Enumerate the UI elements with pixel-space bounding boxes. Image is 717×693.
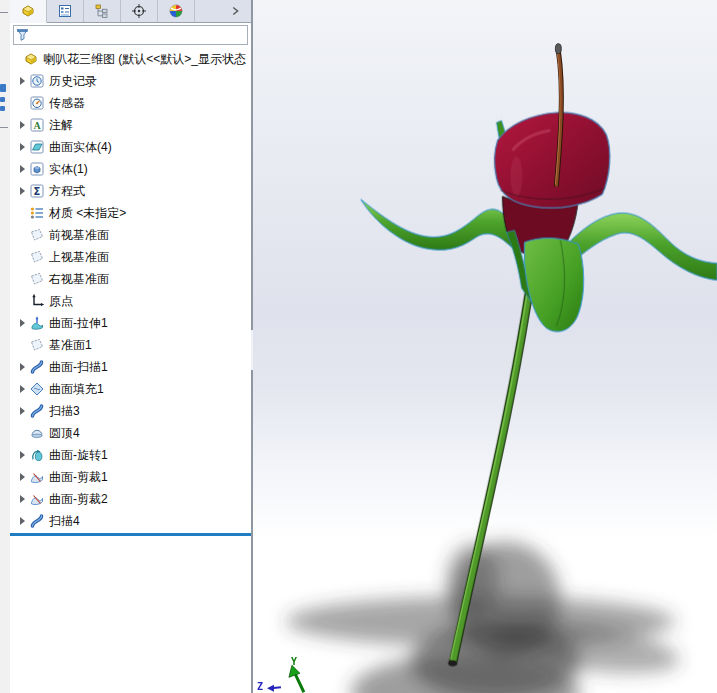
expand-arrow-icon[interactable]: [16, 407, 28, 415]
tree-item[interactable]: 曲面-剪裁1: [10, 466, 251, 488]
expand-arrow-icon[interactable]: [16, 451, 28, 459]
surface-bodies-icon: [29, 139, 46, 155]
tree-item[interactable]: 右视基准面: [10, 268, 251, 290]
sepal-cup: [506, 230, 583, 331]
tree-item-label: 材质 <未指定>: [49, 205, 126, 222]
tab-featuremanager[interactable]: [10, 0, 47, 23]
expand-arrow-icon[interactable]: [16, 187, 28, 195]
expand-arrow-icon[interactable]: [16, 165, 28, 173]
featuremanager-panel: 喇叭花三维图 (默认<<默认>_显示状态 历史记录 传感器 注解 曲面实体(4): [10, 0, 253, 693]
expand-arrow-icon[interactable]: [16, 143, 28, 151]
tree-item[interactable]: 基准面1: [10, 334, 251, 356]
tree-item-label: 原点: [49, 293, 73, 310]
edge-glyph-icon: [0, 84, 6, 92]
tree-item-label: 右视基准面: [49, 271, 109, 288]
flower-3d-model: Y Z: [253, 0, 717, 693]
tree-root-item[interactable]: 喇叭花三维图 (默认<<默认>_显示状态: [10, 48, 251, 70]
manager-tabbar: [10, 0, 251, 23]
tree-item[interactable]: 曲面填充1: [10, 378, 251, 400]
expand-arrow-icon[interactable]: [16, 473, 28, 481]
tree-items: 历史记录 传感器 注解 曲面实体(4) 实体(1) 方程式: [10, 70, 251, 532]
tree-item[interactable]: 曲面-扫描1: [10, 356, 251, 378]
tree-item-label: 扫描3: [49, 403, 80, 420]
tree-item-label: 传感器: [49, 95, 85, 112]
tabbar-expand-button[interactable]: [219, 0, 251, 22]
property-manager-icon: [57, 3, 73, 19]
edge-divider: [0, 12, 8, 13]
tree-item-label: 实体(1): [49, 161, 88, 178]
sweep-icon: [29, 513, 46, 529]
tree-item[interactable]: 曲面-旋转1: [10, 444, 251, 466]
graphics-viewport[interactable]: Y Z: [253, 0, 717, 693]
display-manager-icon: [168, 3, 184, 19]
edge-divider: [0, 127, 8, 128]
tree-item-label: 曲面-拉伸1: [49, 315, 108, 332]
tree-root-label: 喇叭花三维图 (默认<<默认>_显示状态: [43, 51, 246, 68]
petal-upper: [494, 112, 609, 207]
expand-arrow-icon[interactable]: [16, 385, 28, 393]
tree-item[interactable]: 历史记录: [10, 70, 251, 92]
tree-item-label: 曲面实体(4): [49, 139, 112, 156]
filter-box[interactable]: [13, 25, 248, 45]
tree-item-label: 曲面填充1: [49, 381, 104, 398]
part-icon: [20, 3, 36, 19]
sweep-icon: [29, 403, 46, 419]
expand-arrow-icon[interactable]: [16, 77, 28, 85]
model-shadow: [286, 542, 682, 693]
expand-arrow-icon[interactable]: [16, 121, 28, 129]
tree-item-label: 曲面-剪裁2: [49, 491, 108, 508]
tree-item-label: 曲面-剪裁1: [49, 469, 108, 486]
tree-item[interactable]: 上视基准面: [10, 246, 251, 268]
plane-icon: [29, 337, 46, 353]
tab-configurationmanager[interactable]: [84, 0, 121, 22]
tree-item[interactable]: 圆顶4: [10, 422, 251, 444]
tree-item[interactable]: 曲面实体(4): [10, 136, 251, 158]
rollback-bar[interactable]: [10, 533, 251, 536]
equations-icon: [29, 183, 46, 199]
tree-item-label: 扫描4: [49, 513, 80, 530]
tree-item[interactable]: 材质 <未指定>: [10, 202, 251, 224]
tree-item[interactable]: 传感器: [10, 92, 251, 114]
surface-fill-icon: [29, 381, 46, 397]
expand-arrow-icon[interactable]: [16, 363, 28, 371]
tree-item-label: 方程式: [49, 183, 85, 200]
tree-item-label: 曲面-旋转1: [49, 447, 108, 464]
plane-icon: [29, 227, 46, 243]
surface-trim-icon: [29, 491, 46, 507]
tab-propertymanager[interactable]: [47, 0, 84, 22]
tree-item[interactable]: 曲面-剪裁2: [10, 488, 251, 510]
tree-item[interactable]: 方程式: [10, 180, 251, 202]
right-leaf: [560, 213, 717, 280]
tree-item[interactable]: 原点: [10, 290, 251, 312]
plane-icon: [29, 271, 46, 287]
tree-item[interactable]: 扫描4: [10, 510, 251, 532]
surface-revolve-icon: [29, 447, 46, 463]
sweep-icon: [29, 359, 46, 375]
history-icon: [29, 73, 46, 89]
tree-item-label: 前视基准面: [49, 227, 109, 244]
tree-item-label: 历史记录: [49, 73, 97, 90]
triad-z-label: Z: [257, 681, 263, 692]
filter-input[interactable]: [31, 27, 245, 43]
expand-arrow-icon[interactable]: [16, 495, 28, 503]
origin-icon: [29, 293, 46, 309]
sensors-icon: [29, 95, 46, 111]
plane-icon: [29, 249, 46, 265]
filter-row: [10, 22, 251, 48]
tree-item[interactable]: 扫描3: [10, 400, 251, 422]
tree-item[interactable]: 前视基准面: [10, 224, 251, 246]
tab-displaymanager[interactable]: [158, 0, 195, 22]
expand-arrow-icon[interactable]: [16, 517, 28, 525]
tree-item[interactable]: 曲面-拉伸1: [10, 312, 251, 334]
tree-item[interactable]: 注解: [10, 114, 251, 136]
tree-item-label: 注解: [49, 117, 73, 134]
surface-extrude-icon: [29, 315, 46, 331]
tab-dimxpertmanager[interactable]: [121, 0, 158, 22]
tree-item[interactable]: 实体(1): [10, 158, 251, 180]
material-icon: [29, 205, 46, 221]
expand-arrow-icon[interactable]: [16, 319, 28, 327]
solidworks-window: { "manager_tabs": [ {"icon": "featureman…: [0, 0, 717, 693]
edge-glyph-icon: [0, 106, 5, 111]
feature-tree: 喇叭花三维图 (默认<<默认>_显示状态 历史记录 传感器 注解 曲面实体(4): [10, 48, 251, 536]
tree-item-label: 曲面-扫描1: [49, 359, 108, 376]
